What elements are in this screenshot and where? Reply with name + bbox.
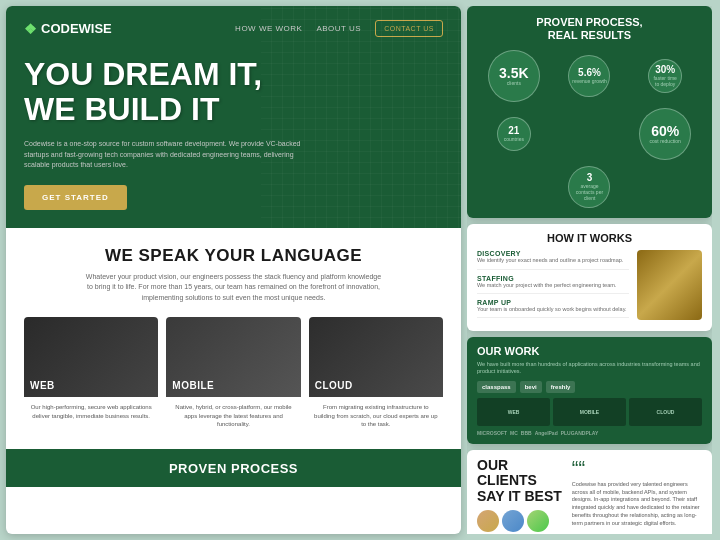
partner-microsoft: MICROSOFT: [477, 430, 507, 436]
proven-bar-title: PROVEN PROCESS: [169, 461, 298, 476]
hero-title-line1: YOU DREAM IT,: [24, 56, 262, 92]
web-card: WEB Our high-performing, secure web appl…: [24, 317, 158, 434]
mobile-card: MOBILE Native, hybrid, or cross-platform…: [166, 317, 300, 434]
testimonial-title: OUR CLIENTS SAY IT BEST: [477, 458, 564, 504]
nav-links: HOW WE WORK ABOUT US CONTACT US: [235, 20, 443, 37]
quote-mark: ““: [572, 458, 702, 478]
partner-bbb: BBB: [521, 430, 532, 436]
stat-30pct-num: 30%: [655, 65, 675, 75]
cloud-card-label: CLOUD: [315, 380, 353, 391]
step-staffing-desc: We match your project with the perfect e…: [477, 282, 629, 289]
proven-bar: PROVEN PROCESS: [6, 449, 461, 487]
cloud-card: CLOUD From migrating existing infrastruc…: [309, 317, 443, 434]
web-card-image: WEB: [24, 317, 158, 397]
how-it-works-image: [637, 250, 702, 320]
testimonial-left: OUR CLIENTS SAY IT BEST: [477, 458, 564, 532]
language-section: WE SPEAK YOUR LANGUAGE Whatever your pro…: [6, 228, 461, 449]
step-rampup-title: RAMP UP: [477, 299, 629, 306]
stat-3k-num: 3.5K: [499, 66, 529, 80]
work-item-web: WEB: [477, 398, 550, 426]
client-freshly: freshly: [546, 381, 576, 393]
proven-stats-title: PROVEN PROCESS,REAL RESULTS: [479, 16, 700, 42]
stat-60pct-num: 60%: [651, 124, 679, 138]
step-rampup: RAMP UP Your team is onboarded quickly s…: [477, 299, 629, 318]
mobile-card-body: Native, hybrid, or cross-platform, our m…: [166, 397, 300, 434]
stat-21: 21 countries: [497, 117, 531, 151]
stat-3avg: 3 average contacts per client: [568, 166, 610, 208]
client-classpass: classpass: [477, 381, 516, 393]
stat-5pct-label: revenue growth: [570, 78, 608, 84]
partner-logos: MICROSOFT MC BBB AngelPad PLUGANDPLAY: [477, 430, 702, 436]
work-item-cloud: CLOUD: [629, 398, 702, 426]
stats-grid: 3.5K clients 5.6% revenue growth 30% fas…: [479, 50, 700, 208]
stat-3k-label: clients: [505, 80, 523, 86]
logo-icon: ❖: [24, 21, 37, 37]
web-card-text: Our high-performing, secure web applicat…: [28, 403, 154, 420]
how-it-works-title: HOW IT WORKS: [477, 232, 702, 244]
service-cards: WEB Our high-performing, secure web appl…: [24, 317, 443, 434]
hero-title-line2: WE BUILD IT: [24, 91, 220, 127]
our-work-title: OUR WORK: [477, 345, 702, 357]
work-item-mobile-label: MOBILE: [580, 409, 599, 415]
stat-21-num: 21: [508, 126, 519, 136]
stat-3avg-num: 3: [587, 173, 593, 183]
hero-description: Codewise is a one-stop source for custom…: [24, 139, 304, 171]
stat-60pct: 60% cost reduction: [639, 108, 691, 160]
avatar-2: [502, 510, 524, 532]
step-staffing: STAFFING We match your project with the …: [477, 275, 629, 294]
mobile-card-text: Native, hybrid, or cross-platform, our m…: [170, 403, 296, 428]
how-steps: DISCOVERY We identify your exact needs a…: [477, 250, 629, 322]
partner-plugandplay: PLUGANDPLAY: [561, 430, 599, 436]
stat-5pct-num: 5.6%: [578, 68, 601, 78]
stat-30pct: 30% faster time to deploy: [648, 59, 682, 93]
stat-60pct-label: cost reduction: [648, 138, 683, 144]
testimonial-avatars: [477, 510, 564, 532]
mobile-card-image: MOBILE: [166, 317, 300, 397]
mobile-card-label: MOBILE: [172, 380, 214, 391]
left-panel: ❖ CODEWISE HOW WE WORK ABOUT US CONTACT …: [6, 6, 461, 534]
how-it-works-section: HOW IT WORKS DISCOVERY We identify your …: [467, 224, 712, 330]
work-item-web-label: WEB: [508, 409, 520, 415]
right-panel: PROVEN PROCESS,REAL RESULTS 3.5K clients…: [467, 6, 712, 534]
cloud-card-text: From migrating existing infrastructure t…: [313, 403, 439, 428]
logo-text: CODEWISE: [41, 21, 112, 36]
partner-mc: MC: [510, 430, 518, 436]
logo: ❖ CODEWISE: [24, 21, 112, 37]
navigation: ❖ CODEWISE HOW WE WORK ABOUT US CONTACT …: [24, 20, 443, 37]
proven-stats-section: PROVEN PROCESS,REAL RESULTS 3.5K clients…: [467, 6, 712, 218]
our-work-section: OUR WORK We have built more than hundred…: [467, 337, 712, 444]
web-card-label: WEB: [30, 380, 55, 391]
nav-how-we-work[interactable]: HOW WE WORK: [235, 24, 302, 33]
partner-angelpad: AngelPad: [535, 430, 558, 436]
work-item-cloud-label: CLOUD: [657, 409, 675, 415]
testimonial-right: ““ Codewise has provided very talented e…: [572, 458, 702, 532]
cloud-card-body: From migrating existing infrastructure t…: [309, 397, 443, 434]
stat-3avg-label: average contacts per client: [569, 183, 609, 201]
step-discovery-title: DISCOVERY: [477, 250, 629, 257]
cloud-card-image: CLOUD: [309, 317, 443, 397]
step-rampup-desc: Your team is onboarded quickly so work b…: [477, 306, 629, 313]
work-grid: WEB MOBILE CLOUD: [477, 398, 702, 426]
hero-section: ❖ CODEWISE HOW WE WORK ABOUT US CONTACT …: [6, 6, 461, 228]
step-discovery: DISCOVERY We identify your exact needs a…: [477, 250, 629, 269]
language-title: WE SPEAK YOUR LANGUAGE: [24, 246, 443, 266]
client-logos: classpass bevi freshly: [477, 381, 702, 393]
stat-30pct-label: faster time to deploy: [649, 75, 681, 87]
step-staffing-title: STAFFING: [477, 275, 629, 282]
stat-5pct: 5.6% revenue growth: [568, 55, 610, 97]
client-bevi: bevi: [520, 381, 542, 393]
stat-3k: 3.5K clients: [488, 50, 540, 102]
testimonial-section: OUR CLIENTS SAY IT BEST ““ Codewise has …: [467, 450, 712, 534]
how-content: DISCOVERY We identify your exact needs a…: [477, 250, 702, 322]
quote-text: Codewise has provided very talented engi…: [572, 481, 702, 527]
language-desc: Whatever your product vision, our engine…: [84, 272, 384, 304]
stat-21-label: countries: [502, 136, 526, 142]
avatar-3: [527, 510, 549, 532]
get-started-button[interactable]: GET STARTED: [24, 185, 127, 210]
step-discovery-desc: We identify your exact needs and outline…: [477, 257, 629, 264]
web-card-body: Our high-performing, secure web applicat…: [24, 397, 158, 426]
contact-button[interactable]: CONTACT US: [375, 20, 443, 37]
hero-title: YOU DREAM IT, WE BUILD IT: [24, 57, 443, 127]
avatar-1: [477, 510, 499, 532]
nav-about[interactable]: ABOUT US: [316, 24, 361, 33]
